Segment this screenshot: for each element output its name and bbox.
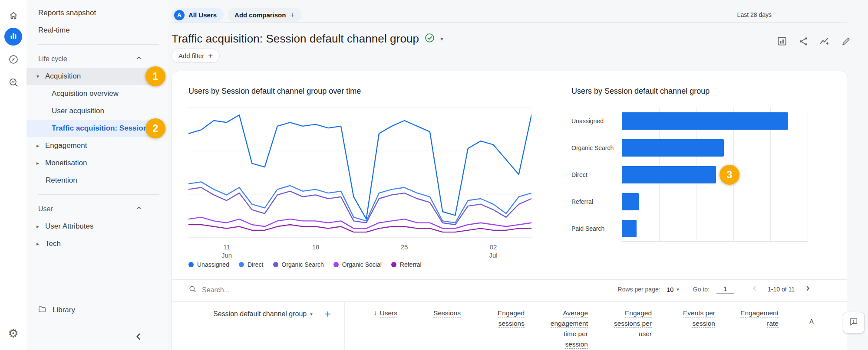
date-range-label[interactable]: Last 28 days [737,11,772,18]
column-header-engagement-rate[interactable]: Engagementrate [740,308,779,329]
x-tick-label: 11Jun [209,243,244,259]
x-tick-label: 02Jul [476,243,511,259]
expander-arrow-icon: ▸ [35,143,40,149]
sidebar-item-label: Real-time [38,26,70,35]
sidebar-item-library[interactable]: Library [26,301,75,319]
edit-report-button[interactable] [839,36,852,49]
advertising-icon [8,77,19,90]
chevron-left-icon [134,332,143,343]
plus-icon: + [208,52,213,60]
chevron-down-icon[interactable]: ▾ [440,36,443,42]
sidebar-item-label: Tech [45,239,61,248]
gear-icon: ⚙ [8,328,18,340]
column-header-events-per-session[interactable]: Events persession [683,308,715,329]
legend-dot [333,262,339,267]
folder-icon [38,305,46,316]
previous-page-button[interactable] [749,283,761,295]
sidebar-item-user[interactable]: User [26,200,161,218]
sidebar-item-traffic-acquisition-session[interactable]: Traffic acquisition: Session...2 [26,120,161,137]
customize-report-icon [776,36,788,49]
column-header-users[interactable]: ↓Users [374,308,397,318]
share-report-button[interactable] [797,36,810,49]
line-chart-x-axis: 11Jun182502Jul [188,243,531,262]
legend-dot [188,262,194,267]
chevron-down-icon: ▾ [677,287,679,292]
sidebar-item-life-cycle[interactable]: Life cycle [26,50,161,68]
annotation-badge-1: 1 [145,66,165,86]
chevron-right-icon [804,285,812,294]
insights-button[interactable] [818,36,831,49]
home-nav-button[interactable] [4,7,22,25]
legend-item-direct: Direct [239,261,264,268]
sort-desc-icon: ↓ [374,309,377,317]
sidebar-item-label: Reports snapshot [38,9,96,17]
sidebar-item-label: Traffic acquisition: Session... [52,124,154,133]
bar-paid-search [622,220,637,237]
goto-label: Go to: [693,286,710,293]
all-users-comparison-chip[interactable]: A All Users [172,8,224,22]
sidebar-nav: Reports snapshotReal-timeLife cycle▾Acqu… [26,0,168,252]
add-filter-chip[interactable]: Add filter + [172,49,220,63]
legend-item-organic-social: Organic Social [333,261,382,268]
table-search-input[interactable]: Search... [188,285,230,295]
table-pagination: Rows per page: 10 ▾ Go to: 1 1-10 of 11 [618,283,814,295]
advertising-nav-button[interactable] [4,74,22,92]
edit-pencil-icon [841,36,851,49]
add-comparison-chip[interactable]: Add comparison + [228,8,301,22]
chevron-up-icon [136,205,142,213]
explore-compass-icon [8,54,19,67]
app-icon-rail: ⚙ [0,0,26,350]
send-feedback-button[interactable] [843,312,865,334]
sidebar-item-label: User Attributes [45,222,94,231]
bar-chart-plot [622,108,808,242]
sidebar-item-reports-snapshot[interactable]: Reports snapshot [26,4,161,22]
sidebar-item-label: User acquisition [52,107,104,115]
column-header-engaged-sessions[interactable]: Engagedsessions [498,308,525,329]
comparison-avatar: A [174,10,185,20]
sidebar-item-acquisition-overview[interactable]: Acquisition overview [26,85,161,102]
sidebar-item-label: Life cycle [38,55,67,63]
annotation-badge-2: 2 [145,118,165,138]
sidebar-item-real-time[interactable]: Real-time [26,22,161,39]
collapse-sidebar-button[interactable] [131,330,146,345]
table-header-divider [172,301,847,302]
report-title-row: Traffic acquisition: Session default cha… [172,32,443,46]
page-title: Traffic acquisition: Session default cha… [172,32,419,46]
legend-item-referral: Referral [391,261,422,268]
customize-report-button[interactable] [776,36,789,49]
sidebar-item-label: Engagement [45,141,87,150]
column-header-engaged-sessions-per-user[interactable]: Engagedsessions peruser [614,308,652,339]
column-header-average-engagement-time-per-session[interactable]: Averageengagementtime persession [551,308,588,350]
report-valid-check-icon[interactable] [424,33,435,45]
partial-column-header: A [809,317,814,325]
x-tick-label: 25 [387,243,422,251]
sidebar-item-acquisition[interactable]: ▾Acquisition1 [26,68,161,85]
annotation-badge-3: 3 [719,165,739,185]
column-header-sessions[interactable]: Sessions [433,308,461,318]
admin-settings-button[interactable]: ⚙ [4,325,22,343]
goto-page-input[interactable]: 1 [716,285,734,294]
sidebar-item-engagement[interactable]: ▸Engagement [26,137,161,154]
pagination-range-label: 1-10 of 11 [768,286,795,293]
rows-per-page-select[interactable]: 10 ▾ [667,286,679,293]
ga4-traffic-acquisition-screen: ⚙ Reports snapshotReal-timeLife cycle▾Ac… [0,0,868,350]
next-page-button[interactable] [802,283,814,295]
reports-sidebar: Reports snapshotReal-timeLife cycle▾Acqu… [26,0,168,350]
sidebar-item-retention[interactable]: Retention [26,172,161,189]
all-users-label: All Users [188,11,217,19]
sidebar-item-user-acquisition[interactable]: User acquisition [26,102,161,120]
line-chart-svg [188,101,531,240]
bar-category-label: Referral [571,188,593,215]
sidebar-item-label: Acquisition overview [52,89,119,98]
sidebar-item-monetisation[interactable]: ▸Monetisation [26,154,161,172]
rows-per-page-label: Rows per page: [618,286,660,293]
bar-direct [622,166,716,183]
reports-nav-button[interactable] [4,28,22,46]
bar-unassigned [622,112,788,130]
card-divider [172,279,847,280]
rows-per-page-value: 10 [667,286,674,293]
sidebar-item-user-attributes[interactable]: ▸User Attributes [26,218,161,235]
sidebar-item-tech[interactable]: ▸Tech [26,235,161,252]
explore-nav-button[interactable] [4,51,22,69]
legend-dot [273,262,278,267]
